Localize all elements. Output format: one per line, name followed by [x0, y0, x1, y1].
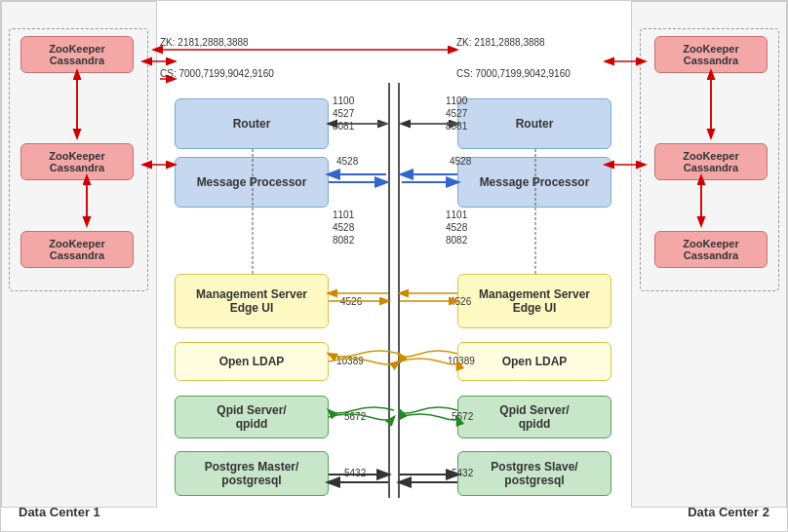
zk-box-left-1: ZooKeeperCassandra	[20, 36, 134, 73]
mgmt-right: Management Server Edge UI	[457, 274, 611, 328]
dc-label-left: Data Center 1	[19, 505, 100, 519]
pg-port-left: 5432	[344, 467, 366, 479]
cs-port-left-text: CS: 7000,7199,9042,9160	[160, 68, 274, 79]
router-left-label: Router	[233, 117, 271, 131]
dc-label-right: Data Center 2	[688, 505, 769, 519]
cs-port-left: CS: 7000,7199,9042,9160	[160, 67, 274, 80]
zk-box-right-2: ZooKeeperCassandra	[654, 143, 768, 180]
router-left: Router	[175, 98, 329, 149]
ldap-port-right: 10389	[448, 355, 475, 367]
router-port-right: 1100 4527 8081	[446, 95, 467, 133]
mp-port-right-top: 4528	[450, 155, 471, 168]
mgmt-port-right: 4526	[450, 295, 471, 308]
ldap-right: Open LDAP	[457, 342, 611, 381]
mp-port-right-bottom: 1101 4528 8082	[446, 209, 467, 247]
qpid-right-label: Qpid Server/ qpidd	[499, 403, 569, 431]
qpid-left: Qpid Server/ qpidd	[175, 396, 329, 438]
pg-left-label: Postgres Master/ postgresql	[205, 460, 299, 487]
pg-left: Postgres Master/ postgresql	[175, 451, 329, 496]
cs-port-right: CS: 7000,7199,9042,9160	[456, 67, 571, 80]
zk-box-left-2: ZooKeeperCassandra	[20, 143, 134, 180]
router-right: Router	[457, 98, 611, 149]
cs-port-right-text: CS: 7000,7199,9042,9160	[456, 68, 571, 79]
qpid-left-label: Qpid Server/ qpidd	[217, 403, 286, 431]
main-container: ZooKeeperCassandra ZooKeeperCassandra Zo…	[0, 0, 788, 532]
mp-port-left-bottom: 1101 4528 8082	[333, 209, 354, 247]
ldap-right-label: Open LDAP	[502, 355, 568, 368]
zk-box-left-3: ZooKeeperCassandra	[20, 231, 134, 268]
mgmt-left: Management Server Edge UI	[175, 274, 329, 328]
msg-proc-right-label: Message Processor	[480, 175, 590, 189]
qpid-port-right: 5672	[452, 410, 473, 423]
zk-box-right-1: ZooKeeperCassandra	[654, 36, 768, 73]
mgmt-port-left: 4526	[340, 295, 362, 308]
pg-right: Postgres Slave/ postgresql	[457, 451, 611, 496]
qpid-right: Qpid Server/ qpidd	[457, 396, 611, 438]
pg-right-label: Postgres Slave/ postgresql	[491, 460, 577, 487]
zk-port-right-text: ZK: 2181,2888,3888	[456, 37, 545, 48]
zk-port-left-text: ZK: 2181,2888,3888	[160, 37, 249, 48]
zk-box-right-3: ZooKeeperCassandra	[654, 231, 768, 268]
msg-proc-right: Message Processor	[457, 157, 611, 208]
zk-port-right: ZK: 2181,2888,3888	[456, 36, 545, 49]
msg-proc-left-label: Message Processor	[197, 175, 307, 189]
router-right-label: Router	[516, 117, 554, 131]
zk-port-left: ZK: 2181,2888,3888	[160, 36, 249, 49]
msg-proc-left: Message Processor	[175, 157, 329, 208]
mgmt-right-label: Management Server Edge UI	[479, 287, 590, 315]
ldap-left-label: Open LDAP	[219, 355, 285, 368]
ldap-port-left: 10389	[336, 355, 364, 367]
qpid-port-left: 5672	[344, 410, 366, 423]
mp-port-left-top: 4528	[336, 155, 358, 168]
pg-port-right: 5432	[452, 467, 473, 479]
mgmt-left-label: Management Server Edge UI	[196, 287, 307, 315]
router-port-left: 1100 4527 8081	[333, 95, 354, 133]
ldap-left: Open LDAP	[175, 342, 329, 381]
